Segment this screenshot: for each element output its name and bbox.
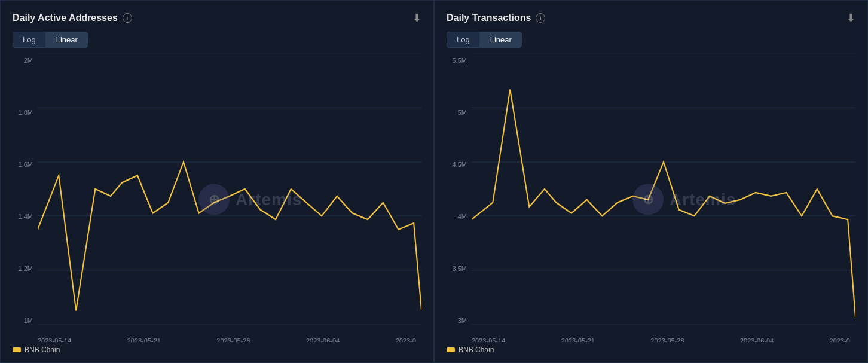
chart-svg-1 — [38, 54, 421, 324]
y-label-1-4: 1.2M — [19, 265, 33, 272]
y-label-2-4: 3.5M — [453, 265, 467, 272]
legend-dot-2 — [447, 347, 455, 352]
legend-label-1: BNB Chain — [25, 346, 60, 354]
y-axis-2: 5.5M 5M 4.5M 4M 3.5M 3M — [447, 54, 472, 342]
y-label-1-0: 2M — [24, 57, 33, 64]
chart-svg-2 — [472, 54, 855, 324]
x-label-2-0: 2023-05-14 — [472, 337, 505, 342]
linear-button-2[interactable]: Linear — [480, 32, 522, 48]
y-label-1-3: 1.4M — [19, 213, 33, 220]
y-label-1-2: 1.6M — [19, 161, 33, 168]
panel-header-1: Daily Active Addresses i ⬇ — [13, 11, 421, 25]
log-button-2[interactable]: Log — [447, 32, 480, 48]
y-axis-1: 2M 1.8M 1.6M 1.4M 1.2M 1M — [13, 54, 38, 342]
download-icon-2[interactable]: ⬇ — [846, 11, 855, 25]
daily-active-addresses-panel: Daily Active Addresses i ⬇ Log Linear 2M… — [0, 0, 434, 363]
legend-2: BNB Chain — [447, 346, 855, 354]
x-label-2-1: 2023-05-21 — [561, 337, 595, 342]
legend-1: BNB Chain — [13, 346, 421, 354]
toggle-group-1: Log Linear — [13, 32, 421, 48]
x-label-2-2: 2023-05-28 — [650, 337, 684, 342]
x-label-2-4: 2023-0... — [830, 337, 855, 342]
y-label-1-1: 1.8M — [19, 109, 33, 116]
download-icon-1[interactable]: ⬇ — [412, 11, 421, 25]
legend-label-2: BNB Chain — [459, 346, 494, 354]
title-text-2: Daily Transactions — [447, 13, 531, 23]
x-axis-1: 2023-05-14 2023-05-21 2023-05-28 2023-06… — [38, 327, 421, 342]
chart-inner-1: ⊕ Artemis 2023-05-14 2023-05-21 2023-05-… — [38, 54, 421, 342]
chart-inner-2: ⊕ Artemis 2023-05-14 2023-05-21 2023-05-… — [472, 54, 855, 342]
info-icon-1[interactable]: i — [123, 13, 132, 23]
x-label-2-3: 2023-06-04 — [740, 337, 774, 342]
linear-button-1[interactable]: Linear — [46, 32, 88, 48]
y-label-2-0: 5.5M — [453, 57, 467, 64]
x-label-1-1: 2023-05-21 — [127, 337, 161, 342]
info-icon-2[interactable]: i — [536, 13, 545, 23]
panel-header-2: Daily Transactions i ⬇ — [447, 11, 855, 25]
x-label-1-3: 2023-06-04 — [306, 337, 340, 342]
y-label-2-3: 4M — [458, 213, 467, 220]
panel-title-1: Daily Active Addresses i — [13, 13, 132, 23]
y-label-2-1: 5M — [458, 109, 467, 116]
toggle-group-2: Log Linear — [447, 32, 855, 48]
title-text-1: Daily Active Addresses — [13, 13, 118, 23]
log-button-1[interactable]: Log — [13, 32, 46, 48]
x-label-1-4: 2023-0... — [396, 337, 421, 342]
y-label-1-5: 1M — [24, 317, 33, 324]
x-axis-2: 2023-05-14 2023-05-21 2023-05-28 2023-06… — [472, 327, 855, 342]
legend-dot-1 — [13, 347, 21, 352]
y-label-2-2: 4.5M — [453, 161, 467, 168]
panel-title-2: Daily Transactions i — [447, 13, 545, 23]
x-label-1-2: 2023-05-28 — [216, 337, 250, 342]
chart-area-1: 2M 1.8M 1.6M 1.4M 1.2M 1M ⊕ Artemis — [13, 54, 421, 342]
y-label-2-5: 3M — [458, 317, 467, 324]
daily-transactions-panel: Daily Transactions i ⬇ Log Linear 5.5M 5… — [434, 0, 868, 363]
chart-area-2: 5.5M 5M 4.5M 4M 3.5M 3M ⊕ Artemis — [447, 54, 855, 342]
x-label-1-0: 2023-05-14 — [38, 337, 71, 342]
